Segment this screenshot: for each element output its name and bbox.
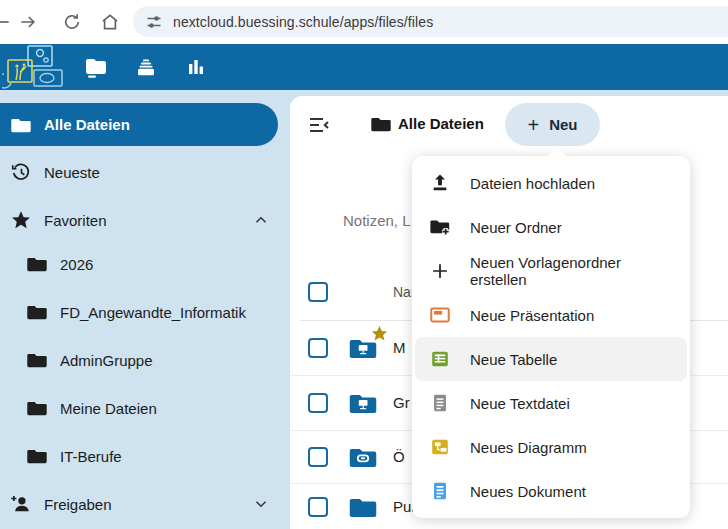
sidebar-item-label: FD_Angewandte_Informatik [60,304,246,321]
new-button-label: Neu [549,116,577,133]
sidebar-item-label: IT-Berufe [60,448,122,465]
files-app-icon[interactable] [84,55,108,79]
select-all-checkbox[interactable] [308,282,328,302]
star-icon [10,209,32,231]
folder-icon [10,114,32,136]
folder-icon [26,349,48,371]
back-icon[interactable] [0,12,12,32]
folder-icon [26,253,48,275]
home-icon[interactable] [100,12,120,32]
menu-item-neuer-ordner[interactable]: Neuer Ordner [415,205,687,249]
sidebar-item-label: 2026 [60,256,93,273]
sidebar-item-neueste[interactable]: Neueste [0,152,290,192]
table-icon [429,348,451,370]
menu-item-label: Neue Tabelle [470,351,557,368]
menu-item-label: Neues Diagramm [470,439,587,456]
sidebar-item-2026[interactable]: 2026 [0,244,290,284]
diagram-icon [429,436,451,458]
url-bar[interactable]: nextcloud.buessing.schule/apps/files/fil… [133,6,728,37]
chevron-down-icon[interactable] [252,495,270,513]
sidebar-item-it-berufe[interactable]: IT-Berufe [0,436,290,476]
nextcloud-header [0,44,728,90]
breadcrumb-folder-icon[interactable] [370,113,392,135]
upload-icon [429,172,451,194]
menu-item-neuen-vorlagenordner-erstellen[interactable]: Neuen Vorlagenordner erstellen [415,249,687,293]
history-icon [10,161,32,183]
row-checkbox[interactable] [308,338,328,358]
content-area: Alle Dateien Neueste Favoriten 2026 FD_A… [0,90,728,529]
collapse-sidebar-icon[interactable] [307,113,331,137]
sidebar-item-alle-dateien[interactable]: Alle Dateien [0,103,278,146]
sidebar-item-label: AdminGruppe [60,352,153,369]
menu-caret [547,147,567,157]
sidebar-item-admingruppe[interactable]: AdminGruppe [0,340,290,380]
folder-description: Notizen, L [343,212,411,229]
browser-toolbar: nextcloud.buessing.schule/apps/files/fil… [0,0,728,44]
screen: nextcloud.buessing.schule/apps/files/fil… [0,0,728,529]
plus-icon [429,260,451,282]
link-folder-icon[interactable] [344,442,382,472]
document-icon [429,480,451,502]
new-button[interactable]: + Neu [505,103,600,146]
menu-item-label: Dateien hochladen [470,175,595,192]
menu-item-neue-praesentation[interactable]: Neue Präsentation [415,293,687,337]
site-settings-icon[interactable] [145,13,163,31]
row-checkbox[interactable] [308,393,328,413]
menu-item-neues-diagramm[interactable]: Neues Diagramm [415,425,687,469]
menu-item-dateien-hochladen[interactable]: Dateien hochladen [415,161,687,205]
menu-item-neue-tabelle[interactable]: Neue Tabelle [415,337,687,381]
file-name[interactable]: Ö [393,448,405,465]
chevron-up-icon[interactable] [252,211,270,229]
row-checkbox[interactable] [308,497,328,517]
sidebar-item-freigaben[interactable]: Freigaben [0,484,290,524]
new-menu: Dateien hochladen Neuer Ordner Neuen Vor… [412,156,690,518]
star-badge-icon [370,324,389,343]
menu-item-label: Neue Textdatei [470,395,570,412]
row-checkbox[interactable] [308,447,328,467]
analytics-app-icon[interactable] [184,55,208,79]
folder-icon [26,301,48,323]
url-text: nextcloud.buessing.schule/apps/files/fil… [173,14,433,30]
forward-icon[interactable] [18,12,38,32]
archive-app-icon[interactable] [134,55,158,79]
sidebar-item-label: Favoriten [44,212,107,229]
menu-item-neues-dokument[interactable]: Neues Dokument [415,469,687,513]
sidebar-item-label: Neueste [44,164,100,181]
menu-item-label: Neuer Ordner [470,219,562,236]
presentation-icon [429,304,451,326]
file-name[interactable]: M [393,339,406,356]
file-name[interactable]: Gr [393,394,410,411]
menu-item-label: Neue Präsentation [470,307,594,324]
folder-plus-icon [429,216,451,238]
sidebar-item-fd-angewandte-informatik[interactable]: FD_Angewandte_Informatik [0,292,290,332]
group-folder-icon[interactable] [344,388,382,418]
reload-icon[interactable] [62,12,82,32]
sidebar-item-label: Alle Dateien [44,116,130,133]
sidebar-item-meine-dateien[interactable]: Meine Dateien [0,388,290,428]
sidebar-item-label: Freigaben [44,496,112,513]
sidebar: Alle Dateien Neueste Favoriten 2026 FD_A… [0,90,290,529]
text-file-icon [429,392,451,414]
folder-icon [26,397,48,419]
plus-icon: + [527,115,539,135]
school-logo [2,44,68,90]
account-plus-icon [10,493,32,515]
sidebar-item-label: Meine Dateien [60,400,157,417]
sidebar-item-favoriten[interactable]: Favoriten [0,200,290,240]
folder-icon[interactable] [344,492,382,522]
menu-item-label: Neuen Vorlagenordner erstellen [470,254,673,288]
folder-icon [26,445,48,467]
menu-item-neue-textdatei[interactable]: Neue Textdatei [415,381,687,425]
menu-item-label: Neues Dokument [470,483,586,500]
breadcrumb[interactable]: Alle Dateien [398,115,484,132]
